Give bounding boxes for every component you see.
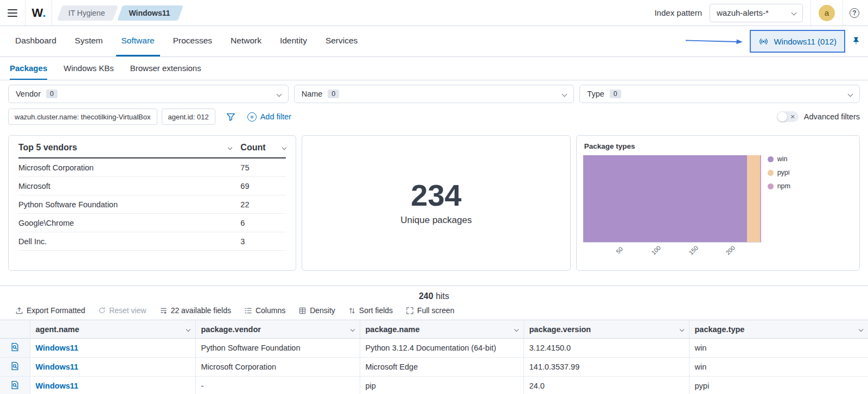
subtab-packages[interactable]: Packages: [10, 57, 47, 80]
hits-value: 240: [419, 291, 433, 301]
column-header-agent-name[interactable]: agent.name: [30, 320, 195, 339]
expand-column-header: [0, 320, 30, 339]
columns-icon: [244, 307, 252, 315]
chevron-down-icon: [186, 327, 190, 331]
column-header-package-type[interactable]: package.type: [689, 320, 868, 339]
full-screen-button[interactable]: Full screen: [406, 306, 454, 315]
refresh-icon: [98, 307, 106, 314]
density-label: Density: [310, 306, 335, 315]
vendor-row: Microsoft 69: [18, 177, 286, 195]
chevron-down-icon: [859, 327, 863, 331]
logo-dot: .: [42, 6, 45, 20]
package-types-title: Package types: [584, 142, 852, 150]
logo-w: W: [32, 6, 43, 20]
x-tick-label: 200: [724, 244, 736, 256]
chevron-down-icon: [350, 327, 354, 331]
column-header-package-vendor[interactable]: package.vendor: [195, 320, 360, 339]
vendor-row: Python Software Foundation 22: [18, 195, 286, 214]
bar-segment-win[interactable]: [583, 155, 747, 242]
bar-segment-pypi[interactable]: [747, 155, 761, 242]
column-header-package-name[interactable]: package.name: [360, 320, 524, 339]
breadcrumb-windows11[interactable]: Windows11: [120, 5, 181, 21]
tab-system[interactable]: System: [69, 26, 108, 56]
avatar[interactable]: a: [819, 5, 835, 21]
inspect-document-icon[interactable]: [10, 361, 20, 371]
help-icon[interactable]: ?: [850, 8, 859, 18]
annotation-arrow: [685, 37, 745, 46]
columns-label: Columns: [256, 306, 285, 315]
package-version-cell: 141.0.3537.99: [524, 358, 689, 377]
visualization-panels: Top 5 vendors Count Microsoft Corporatio…: [0, 131, 868, 271]
table-header-row: agent.name package.vendor package.name p…: [0, 320, 868, 339]
sort-chevron-icon: [282, 145, 286, 150]
tab-services[interactable]: Services: [320, 26, 363, 56]
tab-software[interactable]: Software: [116, 26, 160, 56]
filter-funnel-icon[interactable]: [226, 112, 235, 122]
bar-segment-npm[interactable]: [760, 155, 761, 242]
full-screen-label: Full screen: [417, 306, 454, 315]
sort-fields-button[interactable]: Sort fields: [348, 306, 393, 315]
vendor-count: 22: [240, 200, 286, 209]
tab-dashboard[interactable]: Dashboard: [10, 26, 62, 56]
pin-icon[interactable]: [850, 35, 863, 48]
export-formatted-label: Export Formatted: [27, 306, 85, 315]
inspect-document-icon[interactable]: [10, 380, 20, 390]
filter-pill-agent-id[interactable]: agent.id: 012: [162, 109, 215, 125]
agent-name-link[interactable]: Windows11: [36, 363, 79, 371]
reset-view-button[interactable]: Reset view: [98, 306, 146, 315]
x-tick-label: 150: [687, 244, 699, 256]
name-filter-select[interactable]: Name 0: [294, 85, 575, 103]
vendor-name: Microsoft Corporation: [18, 163, 240, 172]
count-column-header[interactable]: Count: [240, 143, 286, 152]
agent-name-link[interactable]: Windows11: [36, 344, 79, 352]
advanced-filters-toggle[interactable]: ✕: [777, 111, 799, 122]
vendor-count: 69: [240, 182, 286, 190]
hits-count: 240 hits: [0, 286, 868, 301]
legend-item-pypi[interactable]: pypi: [768, 169, 790, 176]
agent-selector-button[interactable]: Windows11 (012): [751, 31, 844, 52]
export-formatted-button[interactable]: Export Formatted: [15, 306, 85, 315]
inspect-document-icon[interactable]: [10, 342, 20, 352]
index-pattern-label: Index pattern: [654, 8, 702, 17]
package-types-chart: 50100150200: [583, 155, 761, 262]
agent-button-label: Windows11 (012): [774, 37, 837, 46]
legend-item-npm[interactable]: npm: [768, 182, 790, 190]
columns-button[interactable]: Columns: [244, 306, 285, 315]
tab-network[interactable]: Network: [225, 26, 267, 56]
vendor-name: Dell Inc.: [18, 237, 240, 246]
package-vendor-cell: Python Software Foundation: [195, 339, 360, 358]
x-tick-label: 100: [650, 244, 662, 256]
unique-packages-value: 234: [411, 180, 461, 211]
breadcrumb-it-hygiene[interactable]: IT Hygiene: [60, 5, 116, 21]
subtab-browser-extensions[interactable]: Browser extensions: [130, 57, 201, 80]
vendor-name: Python Software Foundation: [18, 200, 240, 209]
type-filter-select[interactable]: Type 0: [579, 85, 860, 103]
chart-legend: win pypi npm: [768, 155, 790, 190]
filter-pill-cluster-name[interactable]: wazuh.cluster.name: thecotilking-Virtual…: [8, 109, 157, 125]
vendor-filter-select[interactable]: Vendor 0: [8, 85, 289, 103]
column-header-package-version[interactable]: package.version: [524, 320, 689, 339]
chevron-down-icon: [514, 327, 518, 331]
results-table: agent.name package.vendor package.name p…: [0, 320, 868, 394]
name-filter-count-badge: 0: [328, 90, 339, 98]
subtab-windows-kbs[interactable]: Windows KBs: [63, 57, 114, 80]
toggle-knob: [777, 112, 787, 122]
wazuh-logo[interactable]: W.: [25, 0, 52, 26]
package-version-cell: 24.0: [524, 377, 689, 394]
agent-name-link[interactable]: Windows11: [36, 382, 79, 390]
table-row: Windows11 Python Software Foundation Pyt…: [0, 339, 868, 358]
tab-processes[interactable]: Processes: [168, 26, 218, 56]
legend-label-pypi: pypi: [777, 169, 790, 176]
tab-identity[interactable]: Identity: [275, 26, 312, 56]
stacked-bar: [583, 155, 761, 242]
advanced-filters-label: Advanced filters: [804, 112, 860, 121]
available-fields-button[interactable]: 22 available fields: [159, 306, 231, 315]
density-button[interactable]: Density: [298, 306, 335, 315]
type-filter-count-badge: 0: [610, 90, 621, 98]
index-pattern-select[interactable]: wazuh-alerts-*: [710, 4, 803, 22]
add-filter-button[interactable]: + Add filter: [247, 112, 291, 122]
legend-item-win[interactable]: win: [768, 155, 790, 163]
vendors-column-header[interactable]: Top 5 vendors: [18, 143, 240, 152]
column-label: package.type: [695, 325, 745, 334]
menu-icon[interactable]: [0, 0, 25, 26]
